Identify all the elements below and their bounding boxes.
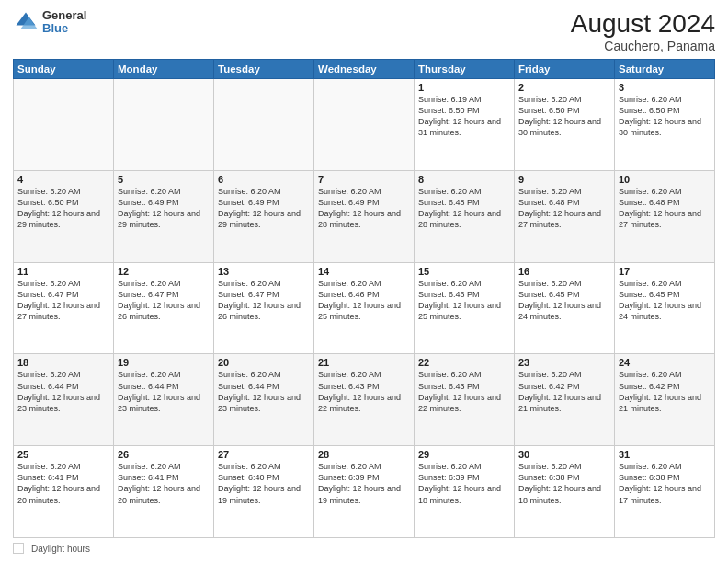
calendar-cell: 8Sunrise: 6:20 AM Sunset: 6:48 PM Daylig… [415,170,515,262]
day-number: 19 [118,357,210,368]
calendar-week-2: 4Sunrise: 6:20 AM Sunset: 6:50 PM Daylig… [14,170,715,262]
day-info: Sunrise: 6:20 AM Sunset: 6:49 PM Dayligh… [318,186,410,231]
day-number: 21 [318,357,410,368]
calendar-cell: 4Sunrise: 6:20 AM Sunset: 6:50 PM Daylig… [14,170,114,262]
day-info: Sunrise: 6:20 AM Sunset: 6:43 PM Dayligh… [418,369,510,414]
calendar-cell: 5Sunrise: 6:20 AM Sunset: 6:49 PM Daylig… [114,170,214,262]
day-number: 31 [619,449,711,460]
calendar-header-row: SundayMondayTuesdayWednesdayThursdayFrid… [14,60,715,79]
calendar-cell: 13Sunrise: 6:20 AM Sunset: 6:47 PM Dayli… [214,262,314,354]
calendar-cell: 27Sunrise: 6:20 AM Sunset: 6:40 PM Dayli… [214,446,314,538]
calendar-cell: 31Sunrise: 6:20 AM Sunset: 6:38 PM Dayli… [615,446,715,538]
calendar-cell: 29Sunrise: 6:20 AM Sunset: 6:39 PM Dayli… [415,446,515,538]
header: General Blue August 2024 Cauchero, Panam… [13,9,715,53]
calendar-cell: 22Sunrise: 6:20 AM Sunset: 6:43 PM Dayli… [415,354,515,446]
day-info: Sunrise: 6:20 AM Sunset: 6:44 PM Dayligh… [118,369,210,414]
calendar-cell: 21Sunrise: 6:20 AM Sunset: 6:43 PM Dayli… [314,354,415,446]
day-number: 20 [218,357,310,368]
calendar-cell: 16Sunrise: 6:20 AM Sunset: 6:45 PM Dayli… [515,262,615,354]
calendar-header-tuesday: Tuesday [214,60,314,79]
calendar-cell: 25Sunrise: 6:20 AM Sunset: 6:41 PM Dayli… [14,446,114,538]
calendar-cell: 20Sunrise: 6:20 AM Sunset: 6:44 PM Dayli… [214,354,314,446]
day-info: Sunrise: 6:20 AM Sunset: 6:38 PM Dayligh… [619,461,711,506]
day-info: Sunrise: 6:20 AM Sunset: 6:48 PM Dayligh… [418,186,510,231]
calendar-cell: 7Sunrise: 6:20 AM Sunset: 6:49 PM Daylig… [314,170,415,262]
day-info: Sunrise: 6:20 AM Sunset: 6:49 PM Dayligh… [118,186,210,231]
calendar-cell: 9Sunrise: 6:20 AM Sunset: 6:48 PM Daylig… [515,170,615,262]
calendar-cell: 24Sunrise: 6:20 AM Sunset: 6:42 PM Dayli… [615,354,715,446]
day-info: Sunrise: 6:20 AM Sunset: 6:49 PM Dayligh… [218,186,310,231]
day-number: 23 [518,357,610,368]
logo-icon [13,9,39,35]
calendar-cell [214,79,314,171]
calendar-cell: 15Sunrise: 6:20 AM Sunset: 6:46 PM Dayli… [415,262,515,354]
month-year: August 2024 [571,9,715,39]
footer-label: Daylight hours [31,544,90,554]
day-info: Sunrise: 6:20 AM Sunset: 6:39 PM Dayligh… [318,461,410,506]
calendar-week-4: 18Sunrise: 6:20 AM Sunset: 6:44 PM Dayli… [14,354,715,446]
day-number: 8 [418,174,510,185]
calendar-header-wednesday: Wednesday [314,60,415,79]
day-number: 27 [218,449,310,460]
calendar-cell [14,79,114,171]
calendar-header-friday: Friday [515,60,615,79]
day-info: Sunrise: 6:20 AM Sunset: 6:47 PM Dayligh… [17,278,109,323]
day-number: 14 [318,266,410,277]
calendar-cell: 12Sunrise: 6:20 AM Sunset: 6:47 PM Dayli… [114,262,214,354]
calendar-week-5: 25Sunrise: 6:20 AM Sunset: 6:41 PM Dayli… [14,446,715,538]
day-info: Sunrise: 6:20 AM Sunset: 6:42 PM Dayligh… [619,369,711,414]
calendar-week-3: 11Sunrise: 6:20 AM Sunset: 6:47 PM Dayli… [14,262,715,354]
calendar-cell: 17Sunrise: 6:20 AM Sunset: 6:45 PM Dayli… [615,262,715,354]
day-info: Sunrise: 6:20 AM Sunset: 6:43 PM Dayligh… [318,369,410,414]
calendar-cell: 18Sunrise: 6:20 AM Sunset: 6:44 PM Dayli… [14,354,114,446]
logo-text: General Blue [42,9,86,36]
day-number: 6 [218,174,310,185]
title-block: August 2024 Cauchero, Panama [571,9,715,53]
calendar-cell: 11Sunrise: 6:20 AM Sunset: 6:47 PM Dayli… [14,262,114,354]
day-number: 7 [318,174,410,185]
day-info: Sunrise: 6:20 AM Sunset: 6:41 PM Dayligh… [17,461,109,506]
day-number: 3 [619,82,711,93]
day-number: 1 [418,82,510,93]
day-number: 2 [518,82,610,93]
day-number: 29 [418,449,510,460]
day-number: 22 [418,357,510,368]
calendar-cell: 2Sunrise: 6:20 AM Sunset: 6:50 PM Daylig… [515,79,615,171]
calendar-cell: 14Sunrise: 6:20 AM Sunset: 6:46 PM Dayli… [314,262,415,354]
calendar-cell: 26Sunrise: 6:20 AM Sunset: 6:41 PM Dayli… [114,446,214,538]
day-number: 10 [619,174,711,185]
logo-general-text: General [42,9,86,22]
calendar-cell: 30Sunrise: 6:20 AM Sunset: 6:38 PM Dayli… [515,446,615,538]
location: Cauchero, Panama [571,39,715,53]
day-info: Sunrise: 6:20 AM Sunset: 6:41 PM Dayligh… [118,461,210,506]
day-info: Sunrise: 6:20 AM Sunset: 6:50 PM Dayligh… [619,94,711,139]
day-info: Sunrise: 6:20 AM Sunset: 6:45 PM Dayligh… [619,278,711,323]
day-number: 17 [619,266,711,277]
day-info: Sunrise: 6:20 AM Sunset: 6:47 PM Dayligh… [118,278,210,323]
footer: Daylight hours [13,543,715,554]
day-info: Sunrise: 6:20 AM Sunset: 6:44 PM Dayligh… [17,369,109,414]
calendar-cell [114,79,214,171]
day-info: Sunrise: 6:20 AM Sunset: 6:45 PM Dayligh… [518,278,610,323]
day-number: 30 [518,449,610,460]
calendar-cell: 3Sunrise: 6:20 AM Sunset: 6:50 PM Daylig… [615,79,715,171]
calendar-cell [314,79,415,171]
day-number: 9 [518,174,610,185]
day-info: Sunrise: 6:20 AM Sunset: 6:47 PM Dayligh… [218,278,310,323]
day-number: 13 [218,266,310,277]
day-info: Sunrise: 6:20 AM Sunset: 6:48 PM Dayligh… [518,186,610,231]
calendar: SundayMondayTuesdayWednesdayThursdayFrid… [13,59,715,538]
day-info: Sunrise: 6:20 AM Sunset: 6:46 PM Dayligh… [418,278,510,323]
day-number: 28 [318,449,410,460]
day-number: 12 [118,266,210,277]
calendar-header-sunday: Sunday [14,60,114,79]
calendar-cell: 19Sunrise: 6:20 AM Sunset: 6:44 PM Dayli… [114,354,214,446]
calendar-cell: 23Sunrise: 6:20 AM Sunset: 6:42 PM Dayli… [515,354,615,446]
footer-box [13,543,24,554]
day-info: Sunrise: 6:20 AM Sunset: 6:50 PM Dayligh… [518,94,610,139]
day-info: Sunrise: 6:20 AM Sunset: 6:48 PM Dayligh… [619,186,711,231]
day-number: 26 [118,449,210,460]
calendar-cell: 10Sunrise: 6:20 AM Sunset: 6:48 PM Dayli… [615,170,715,262]
logo: General Blue [13,9,86,36]
day-info: Sunrise: 6:19 AM Sunset: 6:50 PM Dayligh… [418,94,510,139]
